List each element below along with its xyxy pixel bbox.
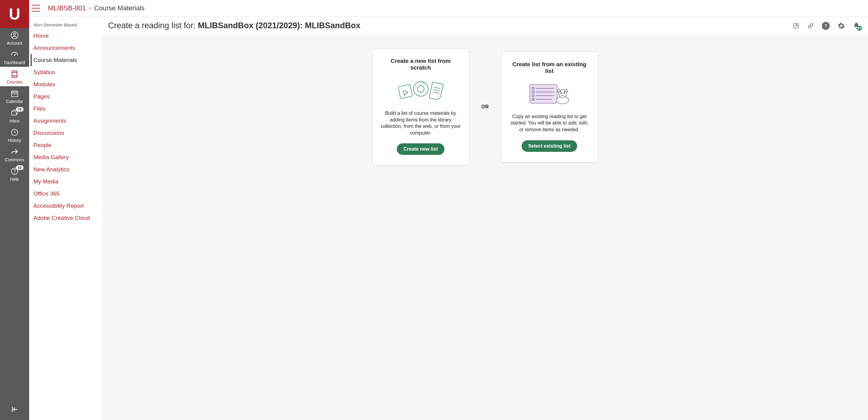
course-nav-my-media[interactable]: My Media [33,176,100,188]
breadcrumb-separator: › [89,4,91,12]
card-description: Build a list of course materials by addi… [380,110,462,136]
svg-point-15 [14,173,15,173]
logo-letter: U [9,5,20,23]
help-badge: 10 [16,165,24,170]
open-new-window-icon[interactable] [793,23,799,29]
card-heading: Create a new list from scratch [380,58,462,71]
nav-commons[interactable]: Commons [0,145,29,164]
nav-label: History [8,138,21,143]
tool-title-prefix: Create a reading list for: [108,21,198,30]
course-nav-home[interactable]: Home [33,30,100,42]
nav-label: Courses [7,80,23,84]
topbar: MLIBSB-001 › Course Materials [29,0,868,17]
tool-header: Create a reading list for: MLIBSandBox (… [102,17,868,36]
nav-courses[interactable]: Courses [0,67,29,86]
nav-label: Calendar [6,99,23,104]
main-column: MLIBSB-001 › Course Materials Non-Semest… [29,0,868,420]
help-icon[interactable]: ? [822,22,830,30]
inbox-badge: 70 [16,107,24,112]
breadcrumb-course-link[interactable]: MLIBSB-001 [48,4,86,12]
course-nav-files[interactable]: Files [33,103,100,115]
course-nav-assignments[interactable]: Assignments [33,115,100,127]
course-nav-announcements[interactable]: Announcements [33,42,100,54]
notifications-bell-icon[interactable]: 9+ [853,22,860,29]
course-term-label: Non-Semester Based [33,17,100,30]
create-new-list-card: Create a new list from scratch [372,48,469,166]
svg-marker-19 [403,90,408,95]
gauge-icon [10,51,19,59]
svg-line-22 [434,87,440,89]
course-nav-new-analytics[interactable]: New Analytics [33,163,100,176]
nav-label: Account [7,41,23,46]
calendar-icon [10,89,19,98]
svg-point-39 [563,92,564,93]
card-heading: Create list from an existing list [508,61,590,74]
nav-label: Commons [5,157,24,162]
course-nav-people[interactable]: People [33,139,100,151]
nav-label: Dashboard [4,60,25,65]
embedded-tool: Create a reading list for: MLIBSandBox (… [102,17,868,420]
course-nav-adobe-cc[interactable]: Adobe Creative Cloud [33,212,100,224]
user-circle-icon [10,31,19,39]
svg-point-1 [13,33,16,35]
course-nav-media-gallery[interactable]: Media Gallery [33,151,100,163]
tool-title: Create a reading list for: MLIBSandBox (… [108,21,361,30]
tool-title-course: MLIBSandBox (2021/2029): MLIBSandBox [198,21,361,30]
nav-history[interactable]: History [0,125,29,145]
existing-list-illustration-icon [508,81,590,108]
course-nav-discussions[interactable]: Discussions [33,127,100,139]
select-existing-list-card: Create list from an existing list [501,52,598,162]
nav-inbox[interactable]: 70 Inbox [0,106,29,125]
hamburger-menu-button[interactable] [32,5,40,11]
card-description: Copy an existing reading list to get sta… [508,113,590,133]
course-nav: Non-Semester Based Home Announcements Co… [29,17,102,420]
nav-label: Inbox [9,118,20,123]
nav-dashboard[interactable]: Dashboard [0,48,29,67]
svg-line-24 [433,92,439,93]
course-nav-accessibility[interactable]: Accessibility Report [33,200,100,212]
nav-label: Help [10,177,19,182]
link-icon[interactable] [807,23,814,29]
course-nav-office-365[interactable]: Office 365 [33,188,100,200]
course-nav-course-materials[interactable]: Course Materials [31,54,100,66]
nav-account[interactable]: Account [0,28,29,48]
breadcrumb-current: Course Materials [94,4,145,12]
settings-gear-icon[interactable] [838,22,845,29]
create-new-list-button[interactable]: Create new list [397,143,444,155]
clock-icon [10,128,19,137]
svg-point-2 [14,55,15,56]
breadcrumb: MLIBSB-001 › Course Materials [48,4,145,12]
svg-rect-3 [12,71,17,78]
svg-point-38 [560,92,561,93]
course-nav-pages[interactable]: Pages [33,90,100,103]
share-arrow-icon [10,148,19,156]
course-nav-modules[interactable]: Modules [33,78,100,90]
svg-point-21 [417,86,424,92]
tool-body: Create a new list from scratch [102,36,868,420]
tool-actions: ? 9+ [793,22,860,30]
book-icon [10,70,19,78]
notifications-badge: 9+ [857,26,862,31]
svg-line-23 [433,90,440,91]
nav-help[interactable]: 10 Help [0,164,29,183]
collapse-nav-button[interactable] [11,401,19,420]
new-list-illustration-icon [380,77,462,104]
select-existing-list-button[interactable]: Select existing list [522,140,578,152]
institution-logo[interactable]: U [0,0,29,28]
global-nav: U Account Dashboard Courses Calendar [0,0,29,420]
divider-or: OR [482,104,489,110]
course-nav-syllabus[interactable]: Syllabus [33,66,100,78]
nav-calendar[interactable]: Calendar [0,86,29,106]
